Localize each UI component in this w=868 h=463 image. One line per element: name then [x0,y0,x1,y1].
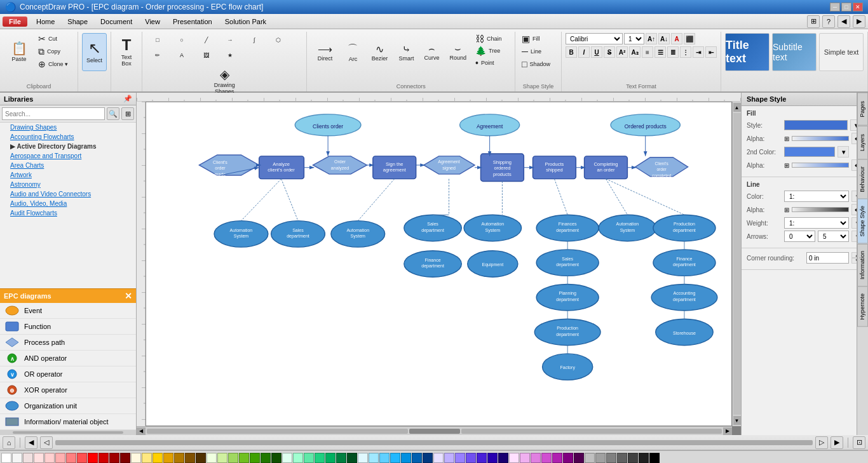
color-swatch[interactable] [520,453,530,463]
color-swatch[interactable] [563,453,573,463]
fill-2nd-dropdown[interactable]: ▾ [837,146,849,158]
color-swatch[interactable] [347,453,357,463]
color-swatch[interactable] [98,453,109,463]
lib-scrollbar-h[interactable] [0,430,136,435]
color-swatch[interactable] [606,453,616,463]
epc-and-item[interactable]: ∧ AND operator [0,351,136,366]
color-swatch[interactable] [552,453,562,463]
document-menu[interactable]: Document [94,16,139,27]
fill-alpha-slider[interactable] [792,136,849,141]
strikethrough-btn[interactable]: S [604,46,615,58]
color-swatch[interactable] [55,453,65,463]
epc-process-item[interactable]: Process path [0,335,136,351]
color-swatch[interactable] [574,453,584,463]
canvas-scrollbar-v[interactable]: ▲ ▼ [732,102,741,426]
font-grow-btn[interactable]: A↑ [646,33,657,44]
color-swatch[interactable] [228,453,238,463]
color-swatch[interactable] [88,453,98,463]
toolbar-nav-right[interactable]: ▶ [831,436,843,449]
nav-back-btn[interactable]: ◀ [837,15,850,28]
color-swatch[interactable] [628,453,638,463]
epc-function-item[interactable]: Function [0,319,136,335]
color-swatch[interactable] [207,453,217,463]
subtitle-style-btn[interactable]: Subtitle text [772,33,817,71]
round-button[interactable]: ⌣ Round [445,33,470,71]
color-swatch[interactable] [196,453,206,463]
corner-rounding-input[interactable] [806,252,849,264]
close-btn[interactable]: ✕ [853,3,863,11]
textbox-button[interactable]: T Text Box [115,33,138,71]
color-swatch[interactable] [1,453,11,463]
color-swatch[interactable] [358,453,368,463]
toolbar-home-btn[interactable]: ⌂ [3,436,15,449]
title-style-btn[interactable]: Title text [725,33,770,71]
lib-item-aerospace[interactable]: Aerospace and Transport [0,151,136,161]
color-swatch[interactable] [390,453,400,463]
draw-arrow-btn[interactable]: → [219,33,241,47]
fill-button[interactable]: ▣Fill [519,33,557,44]
outdent-btn[interactable]: ⇤ [705,46,717,58]
chain-button[interactable]: ⛓Chain [473,33,511,44]
highlight-btn[interactable]: ⬛ [684,33,695,44]
subscript-btn[interactable]: A₂ [629,46,641,58]
color-swatch[interactable] [541,453,552,463]
color-swatch[interactable] [433,453,444,463]
superscript-btn[interactable]: A² [616,46,628,58]
lib-view-btn[interactable]: ⊞ [121,107,134,120]
color-swatch[interactable] [585,453,595,463]
color-swatch[interactable] [412,453,422,463]
draw-star-btn[interactable]: ★ [219,48,241,62]
color-swatch[interactable] [325,453,336,463]
help-btn[interactable]: ? [822,15,835,28]
draw-rect-btn[interactable]: □ [146,33,169,47]
draw-poly-btn[interactable]: ⬡ [267,33,290,47]
shape-style-tab[interactable]: Shape Style [857,199,868,244]
underline-btn[interactable]: U [591,46,602,58]
file-menu[interactable]: File [3,17,27,27]
direct-button[interactable]: ⟶ Direct [311,33,339,71]
draw-ellipse-btn[interactable]: ○ [170,33,193,47]
draw-line-btn[interactable]: ╱ [194,33,217,47]
font-family-select[interactable]: Calibri [566,33,623,44]
color-swatch[interactable] [509,453,519,463]
lib-item-artwork[interactable]: Artwork [0,170,136,180]
color-swatch[interactable] [44,453,55,463]
color-swatch[interactable] [153,453,163,463]
arrows-start-select[interactable]: 0 [784,231,815,242]
select-button[interactable]: ↖ Select [82,33,107,71]
color-swatch[interactable] [336,453,346,463]
bold-btn[interactable]: B [566,46,577,58]
bezier-button[interactable]: ∿ Bezier [367,33,392,71]
arrows-end-select[interactable]: 5 [818,231,849,242]
point-button[interactable]: •Point [473,57,511,69]
color-swatch[interactable] [142,453,152,463]
color-swatch[interactable] [315,453,325,463]
color-swatch[interactable] [444,453,454,463]
home-menu[interactable]: Home [30,16,61,27]
lib-item-accounting[interactable]: Accounting Flowcharts [0,132,136,142]
epc-xor-item[interactable]: ⊕ XOR operator [0,382,136,398]
color-swatch[interactable] [282,453,292,463]
presentation-menu[interactable]: Presentation [166,16,219,27]
font-shrink-btn[interactable]: A↓ [658,33,670,44]
color-swatch[interactable] [271,453,281,463]
color-swatch[interactable] [531,453,541,463]
toolbar-fit-btn[interactable]: ⊡ [853,436,865,449]
layers-tab[interactable]: Layers [857,126,868,159]
libraries-pin-btn[interactable]: 📌 [123,95,132,103]
color-swatch[interactable] [77,453,87,463]
align-center-btn[interactable]: ☰ [654,46,666,58]
line-weight-select[interactable]: 1: [784,217,849,229]
toolbar-scroll-left[interactable]: ◁ [40,436,53,449]
color-swatch[interactable] [185,453,195,463]
color-swatch[interactable] [34,453,44,463]
lib-search-input[interactable] [2,107,105,120]
toolbar-nav-left[interactable]: ◀ [25,436,37,449]
epc-org-item[interactable]: Organization unit [0,398,136,414]
fill-style-color[interactable] [784,120,848,130]
curve-button[interactable]: ⌢ Curve [420,33,443,71]
solution-park-menu[interactable]: Solution Park [219,16,273,27]
lib-item-area-charts[interactable]: Area Charts [0,161,136,170]
color-swatch[interactable] [498,453,508,463]
color-swatch[interactable] [109,453,119,463]
